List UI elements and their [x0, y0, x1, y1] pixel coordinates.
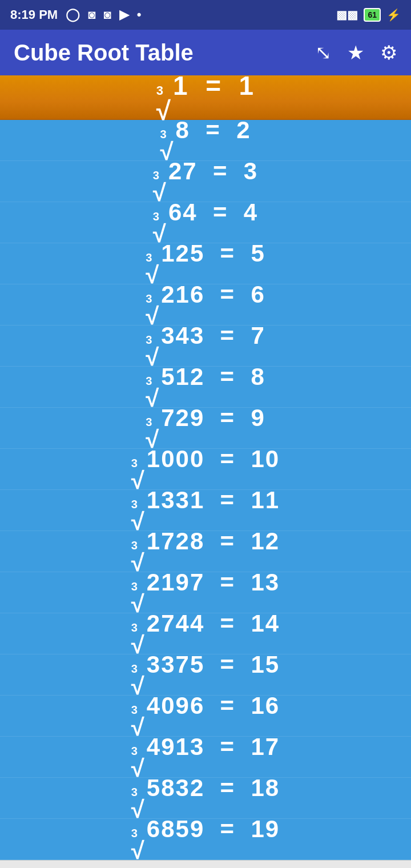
cube-root-row[interactable]: 3√3375 = 15	[0, 654, 411, 696]
cbrt-result: 6	[251, 281, 265, 308]
dot-icon: •	[137, 7, 142, 22]
cbrt-result: 14	[251, 610, 280, 637]
cbrt-exponent: 3	[131, 704, 139, 716]
cube-root-row[interactable]: 3√1728 = 12	[0, 531, 411, 572]
cbrt-number: 5832	[147, 774, 204, 802]
cbrt-exponent: 3	[156, 85, 164, 97]
cube-root-row[interactable]: 3√729 = 9	[0, 408, 411, 449]
cbrt-symbol: 3√	[131, 499, 146, 534]
cbrt-radical: √	[153, 181, 167, 205]
cbrt-exponent: 3	[153, 211, 160, 222]
cbrt-symbol: 3√	[131, 663, 146, 698]
cbrt-exponent: 3	[131, 457, 139, 469]
cube-root-entry: 3√729 = 9	[146, 404, 265, 452]
cbrt-symbol: 3√	[146, 416, 160, 452]
status-left: 8:19 PM ◯ ◙ ◙ ▶ •	[10, 7, 141, 22]
cbrt-exponent: 3	[146, 416, 153, 428]
cbrt-number: 343	[161, 322, 204, 349]
cbrt-result: 8	[251, 363, 265, 391]
cube-root-row[interactable]: 3√2744 = 14	[0, 613, 411, 654]
nav-bar	[0, 860, 411, 868]
cbrt-symbol: 3√	[146, 293, 160, 328]
cbrt-exponent: 3	[146, 293, 153, 304]
cbrt-exponent: 3	[131, 499, 139, 510]
cube-root-row[interactable]: 3√216 = 6	[0, 284, 411, 326]
cbrt-radical: √	[146, 345, 160, 369]
cbrt-number: 216	[161, 281, 204, 308]
cube-root-row[interactable]: 3√1331 = 11	[0, 490, 411, 531]
cbrt-number: 512	[161, 363, 204, 391]
cbrt-result: 9	[251, 404, 265, 432]
cube-root-row[interactable]: 3√512 = 8	[0, 367, 411, 408]
cbrt-exponent: 3	[160, 128, 168, 140]
cube-root-row[interactable]: 3√1 = 1	[0, 75, 411, 120]
cube-root-row[interactable]: 3√8 = 2	[0, 120, 411, 161]
cube-root-row[interactable]: 3√4096 = 16	[0, 696, 411, 737]
cbrt-exponent: 3	[146, 252, 153, 263]
nav-home-button[interactable]	[188, 866, 223, 869]
share-icon[interactable]: ⤡	[315, 41, 331, 64]
cbrt-result: 7	[251, 322, 265, 349]
cube-root-row[interactable]: 3√64 = 4	[0, 202, 411, 243]
cube-root-entry: 3√1 = 1	[156, 70, 255, 123]
cube-root-row[interactable]: 3√4913 = 17	[0, 737, 411, 778]
settings-icon[interactable]: ⚙	[380, 41, 397, 64]
cbrt-symbol: 3√	[146, 252, 160, 287]
cube-root-row[interactable]: 3√343 = 7	[0, 326, 411, 367]
cube-root-row[interactable]: 3√1000 = 10	[0, 449, 411, 490]
cbrt-radical: √	[146, 428, 160, 452]
cube-root-row[interactable]: 3√6859 = 19	[0, 819, 411, 860]
nav-back-button[interactable]	[325, 866, 360, 869]
cbrt-radical: √	[131, 757, 146, 781]
cbrt-symbol: 3√	[146, 375, 160, 411]
cbrt-symbol: 3√	[131, 786, 146, 822]
cbrt-number: 125	[161, 240, 204, 267]
cbrt-result: 1	[239, 70, 255, 101]
cbrt-symbol: 3√	[146, 334, 160, 369]
cube-root-entry: 3√8 = 2	[160, 116, 251, 164]
cube-root-entry: 3√343 = 7	[146, 322, 265, 369]
cbrt-radical: √	[160, 140, 175, 164]
cbrt-exponent: 3	[131, 581, 139, 592]
clock-icon: ◯	[66, 7, 80, 22]
cbrt-radical: √	[131, 469, 146, 493]
cbrt-result: 19	[251, 815, 280, 843]
cbrt-number: 3375	[147, 651, 204, 678]
cbrt-number: 4096	[147, 692, 204, 720]
cbrt-result: 3	[244, 158, 258, 185]
cbrt-radical: √	[153, 222, 167, 246]
cbrt-symbol: 3√	[131, 745, 146, 781]
cbrt-exponent: 3	[131, 663, 139, 674]
nav-square-button[interactable]	[51, 866, 86, 869]
cube-root-entry: 3√4913 = 17	[131, 733, 280, 781]
star-icon[interactable]: ★	[347, 41, 364, 64]
cbrt-radical: √	[131, 592, 146, 616]
cbrt-radical: √	[146, 387, 160, 411]
flag-icon: ▶	[119, 7, 129, 22]
cube-root-row[interactable]: 3√5832 = 18	[0, 778, 411, 819]
cbrt-exponent: 3	[131, 745, 139, 757]
cbrt-exponent: 3	[131, 540, 139, 551]
cube-root-row[interactable]: 3√27 = 3	[0, 161, 411, 202]
cbrt-result: 11	[251, 487, 280, 514]
cbrt-radical: √	[131, 839, 146, 863]
cbrt-result: 10	[251, 445, 280, 473]
content-area: 3√1 = 13√8 = 23√27 = 33√64 = 43√125 = 53…	[0, 75, 411, 860]
cube-root-entry: 3√216 = 6	[146, 281, 265, 328]
signal-icon: ▩▩	[336, 8, 358, 22]
cbrt-exponent: 3	[146, 375, 153, 387]
cube-root-entry: 3√1331 = 11	[131, 487, 280, 534]
cbrt-number: 8	[176, 116, 190, 144]
cube-root-entry: 3√5832 = 18	[131, 774, 280, 822]
cbrt-exponent: 3	[153, 170, 160, 181]
cube-root-row[interactable]: 3√2197 = 13	[0, 572, 411, 613]
cube-root-entry: 3√2197 = 13	[131, 569, 280, 616]
cbrt-result: 17	[251, 733, 280, 761]
cbrt-result: 5	[251, 240, 265, 267]
cbrt-exponent: 3	[131, 827, 139, 839]
cube-root-row[interactable]: 3√125 = 5	[0, 243, 411, 284]
app-title: Cube Root Table	[14, 40, 194, 66]
cube-root-entry: 3√64 = 4	[153, 199, 258, 246]
cbrt-radical: √	[131, 510, 146, 534]
cube-root-entry: 3√1728 = 12	[131, 528, 280, 575]
